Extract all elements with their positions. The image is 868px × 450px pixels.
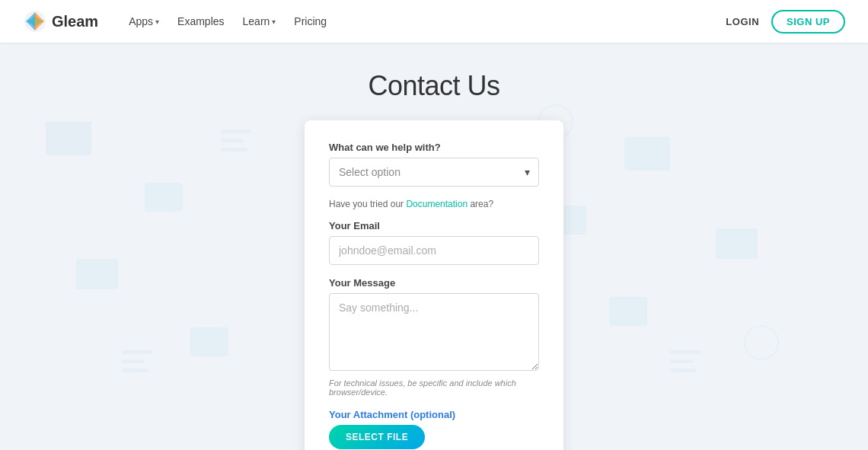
nav-apps[interactable]: Apps ▾ (121, 11, 167, 32)
help-topic-group: What can we help with? Select option Bil… (329, 142, 539, 187)
signup-button[interactable]: SIGN UP (771, 10, 845, 34)
nav-examples[interactable]: Examples (170, 11, 231, 32)
documentation-link[interactable]: Documentation (406, 199, 468, 209)
gleam-logo-icon (23, 9, 47, 34)
select-wrapper: Select option Billing Technical Issue Ge… (329, 158, 539, 187)
attachment-label: Your Attachment (optional) (329, 409, 539, 420)
message-hint: For technical issues, be specific and in… (329, 378, 539, 397)
attachment-group: Your Attachment (optional) SELECT FILE I… (329, 409, 539, 450)
email-input[interactable] (329, 236, 539, 265)
nav-learn[interactable]: Learn ▾ (235, 11, 284, 32)
contact-form-card: What can we help with? Select option Bil… (305, 120, 563, 450)
navbar-actions: LOGIN SIGN UP (726, 10, 845, 34)
help-topic-label: What can we help with? (329, 142, 539, 153)
login-button[interactable]: LOGIN (726, 16, 759, 27)
message-label: Your Message (329, 277, 539, 289)
nav-pricing[interactable]: Pricing (286, 11, 334, 32)
help-topic-select[interactable]: Select option Billing Technical Issue Ge… (329, 158, 539, 187)
logo-link[interactable]: Gleam (23, 9, 98, 34)
email-label: Your Email (329, 220, 539, 231)
email-group: Your Email (329, 220, 539, 265)
docs-hint: Have you tried our Documentation area? (329, 199, 539, 209)
select-file-button[interactable]: SELECT FILE (329, 425, 425, 449)
message-group: Your Message For technical issues, be sp… (329, 277, 539, 397)
page-title: Contact Us (368, 70, 499, 102)
learn-chevron-icon: ▾ (272, 18, 276, 26)
page-content: Contact Us What can we help with? Select… (0, 43, 868, 450)
logo-text: Gleam (52, 13, 98, 30)
apps-chevron-icon: ▾ (155, 18, 159, 26)
message-textarea[interactable] (329, 293, 539, 371)
navbar: Gleam Apps ▾ Examples Learn ▾ Pricing LO… (0, 0, 868, 43)
nav-links: Apps ▾ Examples Learn ▾ Pricing (121, 11, 726, 32)
